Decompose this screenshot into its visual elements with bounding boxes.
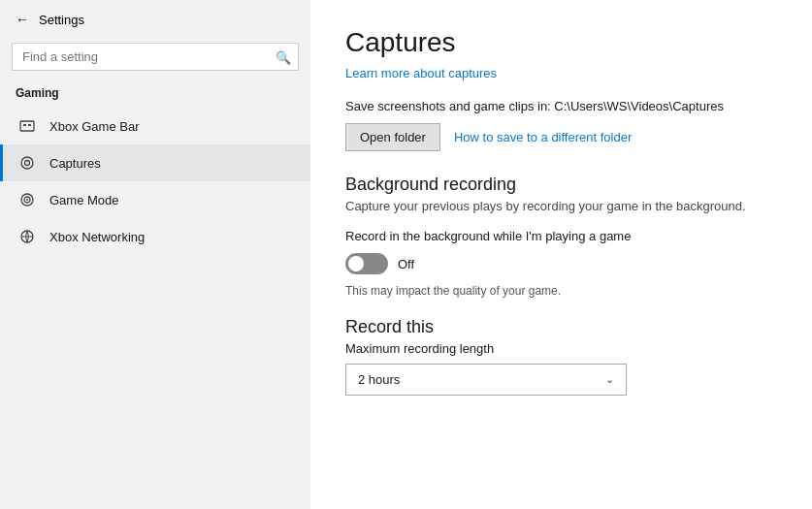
background-recording-toggle[interactable] xyxy=(345,253,388,274)
sidebar-item-game-mode[interactable]: Game Mode xyxy=(0,181,310,218)
svg-rect-2 xyxy=(28,124,31,126)
toggle-note: This may impact the quality of your game… xyxy=(345,284,777,298)
svg-rect-0 xyxy=(20,121,34,131)
toggle-row-label: Record in the background while I'm playi… xyxy=(345,229,777,243)
xbox-networking-icon xyxy=(18,228,36,245)
svg-rect-1 xyxy=(23,124,26,126)
page-title: Captures xyxy=(345,27,777,58)
game-mode-icon xyxy=(18,191,36,208)
sidebar-item-label: Xbox Game Bar xyxy=(49,119,140,134)
dropdown-value: 2 hours xyxy=(358,372,400,387)
background-recording-section: Background recording Capture your previo… xyxy=(345,175,777,298)
learn-more-link[interactable]: Learn more about captures xyxy=(345,66,497,80)
sidebar-item-label: Captures xyxy=(49,156,101,171)
sidebar-item-label: Game Mode xyxy=(49,193,119,207)
sidebar: ← Settings 🔍 Gaming Xbox Game Bar xyxy=(0,0,310,509)
sidebar-item-label: Xbox Networking xyxy=(49,230,145,244)
sidebar-item-xbox-game-bar[interactable]: Xbox Game Bar xyxy=(0,108,310,144)
bg-recording-desc: Capture your previous plays by recording… xyxy=(345,199,777,213)
search-input[interactable] xyxy=(12,43,299,71)
save-path-text: Save screenshots and game clips in: C:\U… xyxy=(345,99,777,113)
chevron-down-icon: ⌄ xyxy=(605,373,614,386)
sidebar-item-captures[interactable]: Captures xyxy=(0,144,310,181)
max-record-label: Maximum recording length xyxy=(345,341,777,356)
folder-row: Open folder How to save to a different f… xyxy=(345,123,777,151)
xbox-game-bar-icon xyxy=(18,117,36,135)
captures-icon xyxy=(18,154,36,172)
toggle-state-label: Off xyxy=(398,257,414,271)
svg-point-4 xyxy=(25,161,30,166)
bg-recording-heading: Background recording xyxy=(345,175,777,195)
svg-point-3 xyxy=(21,157,33,169)
sidebar-nav: Xbox Game Bar Captures Game Mode xyxy=(0,108,310,509)
toggle-knob xyxy=(348,256,364,271)
titlebar: ← Settings xyxy=(0,0,310,39)
open-folder-button[interactable]: Open folder xyxy=(345,123,440,151)
svg-point-7 xyxy=(26,199,28,201)
record-this-heading: Record this xyxy=(345,317,777,337)
back-button[interactable]: ← xyxy=(16,12,29,27)
sidebar-section-label: Gaming xyxy=(0,82,310,108)
diff-folder-link[interactable]: How to save to a different folder xyxy=(454,130,632,144)
titlebar-title: Settings xyxy=(39,13,84,27)
toggle-row: Off xyxy=(345,253,777,274)
main-content: Captures Learn more about captures Save … xyxy=(310,0,812,509)
sidebar-item-xbox-networking[interactable]: Xbox Networking xyxy=(0,218,310,255)
search-icon: 🔍 xyxy=(276,49,291,64)
search-container: 🔍 xyxy=(12,43,299,71)
recording-length-dropdown[interactable]: 2 hours ⌄ xyxy=(345,364,627,396)
